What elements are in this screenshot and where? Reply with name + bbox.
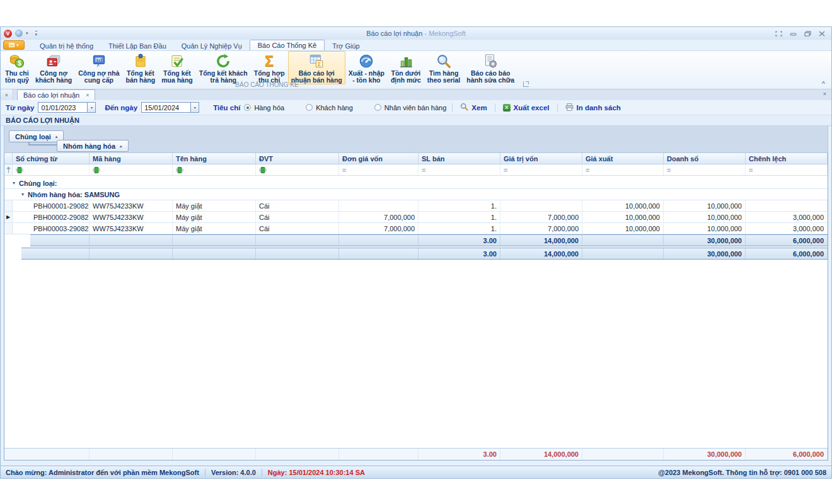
export-excel-button[interactable]: X Xuất excel xyxy=(503,104,550,112)
tab-tro-giup[interactable]: Trợ Giúp xyxy=(325,41,367,50)
to-date-input[interactable] xyxy=(141,102,190,113)
application-menu-button[interactable]: ▾ xyxy=(3,40,25,50)
filter-cell[interactable]: = xyxy=(419,164,500,175)
radio-label: Nhân viên bán hàng xyxy=(384,104,446,112)
restore-icon[interactable] xyxy=(804,31,811,37)
button-tong-hop-thu-chi[interactable]: Σ Tổng hợp thu chi xyxy=(251,51,288,84)
report-grid: Số chứng từ Mã hàng Tên hàng ĐVT Đơn giá… xyxy=(4,153,828,461)
tab-quan-tri-he-thong[interactable]: Quản trị hệ thống xyxy=(32,41,101,50)
equals-filter-icon: = xyxy=(422,166,425,174)
column-header[interactable]: Tên hàng xyxy=(173,153,256,164)
close-icon[interactable] xyxy=(819,31,825,37)
column-header[interactable]: Số chứng từ xyxy=(13,153,90,164)
sigma-icon: Σ xyxy=(265,52,274,69)
grand-gia-xuat xyxy=(582,449,664,460)
table-row[interactable]: PBH00001-290823 WW75J4233KW Máy giặt Cái… xyxy=(4,200,828,212)
filter-cell[interactable]: = xyxy=(582,164,664,175)
purchase-summary-icon xyxy=(169,52,185,69)
status-version: Version: 4.0.0 xyxy=(211,469,256,476)
filter-cell[interactable] xyxy=(256,164,339,175)
column-header[interactable]: Giá trị vốn xyxy=(500,153,582,164)
summary-cell xyxy=(90,449,173,460)
button-bao-cao-bao-hanh-sua-chua[interactable]: Báo cáo bảo hành sửa chữa xyxy=(463,51,517,84)
column-header[interactable]: Giá xuất xyxy=(582,153,664,164)
group-row-level-2[interactable]: ▾ Nhóm hàng hóa: SAMSUNG xyxy=(4,189,828,200)
group-by-chung-loai[interactable]: Chủng loại ▴ xyxy=(9,130,64,142)
filter-cell[interactable] xyxy=(90,164,173,175)
group-by-nhom-hang-hoa[interactable]: Nhóm hàng hóa ▴ xyxy=(57,140,129,152)
radio-khach-hang[interactable]: Khách hàng xyxy=(306,104,353,112)
ribbon-tab-bar: ▾ Quản trị hệ thống Thiết Lập Ban Đầu Qu… xyxy=(1,40,831,50)
chevron-down-icon[interactable]: ▾ xyxy=(87,102,96,113)
grand-gia-tri-von: 14,000,000 xyxy=(500,449,582,460)
tab-bao-cao-thong-ke[interactable]: Báo Cáo Thống Kê xyxy=(250,40,325,50)
window-title: Báo cáo lợi nhuận - MekongSoft xyxy=(1,30,831,37)
tab-thiet-lap-ban-dau[interactable]: Thiết Lập Ban Đầu xyxy=(101,41,174,50)
column-header[interactable]: Đơn giá vốn xyxy=(339,153,419,164)
group-dialog-launcher-icon[interactable] xyxy=(523,81,529,87)
filter-cell[interactable]: = xyxy=(339,164,419,175)
filter-cell[interactable] xyxy=(173,164,256,175)
button-ton-duoi-dinh-muc[interactable]: Tồn dưới định mức xyxy=(388,51,424,84)
collapse-group-icon[interactable]: ▾ xyxy=(13,180,15,186)
summary-cell xyxy=(90,235,173,246)
column-header[interactable]: Mã hàng xyxy=(90,153,173,164)
button-thu-chi-ton-quy[interactable]: $ Thu chi tồn quỹ xyxy=(2,51,32,84)
chevron-down-icon[interactable]: ▾ xyxy=(26,31,28,36)
group-indent xyxy=(13,223,30,234)
summary-sl-ban: 3.00 xyxy=(419,235,500,246)
print-list-button[interactable]: In danh sách xyxy=(565,103,621,112)
radio-nhan-vien-ban-hang[interactable]: Nhân viên bán hàng xyxy=(374,104,446,112)
button-cong-no-khach-hang[interactable]: Công nợ khách hàng xyxy=(32,51,75,84)
button-tong-ket-ban-hang[interactable]: Tổng kết bán hàng xyxy=(123,51,159,84)
tab-bao-cao-loi-nhuan[interactable]: Báo cáo lợi nhuận × xyxy=(17,89,95,100)
button-cong-no-nha-cung-cap[interactable]: Công nợ nhà cung cấp xyxy=(75,51,122,84)
report-title: BÁO CÁO LỢI NHUẬN xyxy=(1,115,831,126)
svg-text:$: $ xyxy=(18,60,21,67)
column-header[interactable]: SL bán xyxy=(419,153,500,164)
printer-icon xyxy=(565,103,574,112)
button-tong-ket-mua-hang[interactable]: Tổng kết mua hàng xyxy=(158,51,196,84)
column-header[interactable]: Doanh số xyxy=(664,153,746,164)
user-orb-icon[interactable] xyxy=(15,30,23,37)
radio-hang-hoa[interactable]: Hàng hóa xyxy=(244,104,284,112)
to-date-combo: ▾ xyxy=(141,102,199,113)
cell-sl-ban: 1. xyxy=(419,223,500,234)
minimize-icon[interactable] xyxy=(790,31,797,37)
radio-selected-icon xyxy=(244,104,251,111)
button-tim-hang-theo-serial[interactable]: Tìm hàng theo serial xyxy=(424,51,464,84)
close-document-icon[interactable]: × xyxy=(823,91,826,97)
equals-filter-icon: = xyxy=(504,166,507,174)
from-date-input[interactable] xyxy=(38,102,87,113)
customer-returns-icon xyxy=(215,52,231,69)
column-header[interactable]: ĐVT xyxy=(256,153,339,164)
filter-cell[interactable]: = xyxy=(664,164,746,175)
button-tong-ket-khach-tra-hang[interactable]: Tổng kết khách trả hàng xyxy=(196,51,251,84)
close-tab-icon[interactable]: × xyxy=(86,92,89,98)
text-filter-icon xyxy=(259,166,267,174)
close-all-tabs-button[interactable]: × xyxy=(1,89,13,100)
window-controls xyxy=(775,31,831,37)
fit-screen-icon[interactable] xyxy=(775,31,782,37)
filter-cell[interactable] xyxy=(13,164,90,175)
radio-label: Hàng hóa xyxy=(254,104,284,112)
quick-access-customize-icon[interactable]: ▾ xyxy=(35,31,38,37)
column-header[interactable]: Chênh lệch xyxy=(746,153,828,164)
app-logo-icon[interactable]: V xyxy=(4,30,12,38)
filter-cell[interactable]: = xyxy=(500,164,582,175)
view-button[interactable]: Xem xyxy=(460,103,487,112)
button-bao-cao-loi-nhuan-ban-hang[interactable]: Σ Báo cáo lợi nhuận bán hàng xyxy=(288,51,345,84)
summary-doanh-so: 30,000,000 xyxy=(664,248,746,259)
group-row-level-1[interactable]: ▾ Chủng loại: xyxy=(4,178,828,189)
separator xyxy=(205,469,205,476)
table-row[interactable]: PBH00003-290823 WW75J4233KW Máy giặt Cái… xyxy=(4,223,828,234)
tab-quan-ly-nghiep-vu[interactable]: Quản Lý Nghiệp Vụ xyxy=(174,41,250,50)
table-row[interactable]: ▶ PBH00002-290823 WW75J4233KW Máy giặt C… xyxy=(4,212,828,223)
collapse-group-icon[interactable]: ▾ xyxy=(21,192,24,197)
cell-doanh-so: 10,000,000 xyxy=(664,212,746,222)
button-xuat-nhap-ton-kho[interactable]: Xuất - nhập - tồn kho xyxy=(345,51,388,84)
filter-cell[interactable]: = xyxy=(746,164,828,175)
chevron-down-icon[interactable]: ▾ xyxy=(190,102,199,113)
window-title-document: Báo cáo lợi nhuận xyxy=(366,30,422,37)
ribbon-collapse-icon[interactable]: ^ xyxy=(822,80,825,86)
